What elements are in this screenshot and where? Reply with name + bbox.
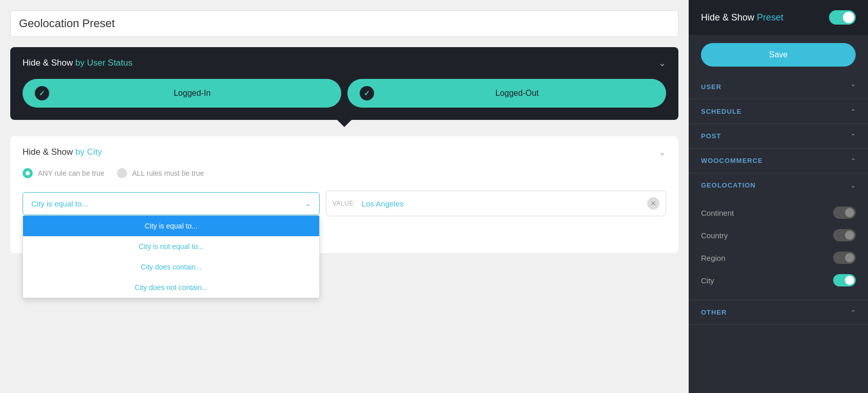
city-section-header: Hide & Show by City ⌄	[23, 147, 666, 158]
city-section-title: Hide & Show by City	[23, 147, 102, 157]
all-rule-label: ALL rules must be true	[132, 169, 204, 177]
logged-out-check-icon	[360, 86, 374, 100]
sidebar-woocommerce-chevron-icon: ⌃	[851, 157, 856, 164]
condition-selected-label: City is equal to...	[31, 199, 88, 208]
dropdown-item-0[interactable]: City is equal to...	[23, 216, 319, 236]
sidebar-section-post-label: POST	[701, 132, 721, 140]
sidebar-section-geolocation-header[interactable]: GEOLOCATION ⌄	[689, 173, 868, 197]
user-status-header: Hide & Show by User Status ⌄	[23, 57, 666, 69]
condition-dropdown-menu: City is equal to... City is not equal to…	[23, 215, 320, 298]
dropdown-item-3[interactable]: City does not contain...	[23, 277, 319, 298]
geo-city-toggle[interactable]	[833, 274, 856, 286]
user-status-title: Hide & Show by User Status	[23, 58, 133, 68]
city-section: Hide & Show by City ⌄ ANY rule can be tr…	[10, 136, 678, 253]
geo-city-row: City	[701, 269, 856, 292]
save-button[interactable]: Save	[701, 43, 856, 67]
sidebar-header: Hide & Show Preset	[689, 0, 868, 35]
sidebar-section-woocommerce: WOOCOMMERCE ⌃	[689, 149, 868, 173]
status-buttons-row: Logged-In Logged-Out	[23, 79, 666, 108]
sidebar-schedule-chevron-icon: ⌃	[851, 108, 856, 115]
user-status-section: Hide & Show by User Status ⌄ Logged-In L…	[10, 47, 678, 127]
geo-country-label: Country	[701, 231, 728, 240]
geolocation-section-content: Continent Country Region City	[689, 197, 868, 300]
dropdown-item-2[interactable]: City does contain...	[23, 257, 319, 277]
geo-region-label: Region	[701, 254, 726, 262]
geo-city-label: City	[701, 276, 714, 285]
sidebar-section-other: OTHER ⌃	[689, 300, 868, 325]
dropdown-item-1[interactable]: City is not equal to...	[23, 236, 319, 257]
condition-select-display[interactable]: City is equal to... ⌄	[23, 192, 320, 215]
sidebar-section-schedule: SCHEDULE ⌃	[689, 99, 868, 124]
sidebar-header-title: Hide & Show Preset	[701, 12, 783, 23]
sidebar-section-geolocation-label: GEOLOCATION	[701, 181, 756, 189]
condition-row: City is equal to... ⌄ City is equal to..…	[23, 191, 666, 216]
logged-in-label: Logged-In	[55, 89, 329, 98]
sidebar-section-schedule-label: SCHEDULE	[701, 108, 742, 115]
sidebar-geolocation-chevron-icon: ⌄	[851, 182, 856, 189]
condition-select-chevron-icon: ⌄	[305, 199, 311, 208]
right-sidebar: Hide & Show Preset Save USER ⌃ SCHEDULE …	[689, 0, 868, 393]
geo-region-row: Region	[701, 246, 856, 269]
logged-out-button[interactable]: Logged-Out	[347, 79, 666, 108]
any-rule-option[interactable]: ANY rule can be true	[23, 168, 105, 178]
sidebar-section-other-header[interactable]: OTHER ⌃	[689, 300, 868, 324]
value-label: VALUE:	[333, 200, 356, 207]
sidebar-section-geolocation: GEOLOCATION ⌄ Continent Country Region C…	[689, 173, 868, 300]
sidebar-section-woocommerce-label: WOOCOMMERCE	[701, 157, 763, 164]
logged-in-check-icon	[35, 86, 49, 100]
all-rule-option[interactable]: ALL rules must be true	[117, 168, 204, 178]
sidebar-user-chevron-icon: ⌃	[851, 84, 856, 91]
logged-out-label: Logged-Out	[380, 89, 654, 98]
sidebar-other-chevron-icon: ⌃	[851, 309, 856, 316]
user-status-chevron-icon[interactable]: ⌄	[658, 57, 666, 69]
any-rule-label: ANY rule can be true	[38, 169, 105, 177]
sidebar-section-post-header[interactable]: POST ⌃	[689, 124, 868, 148]
condition-select-wrapper: City is equal to... ⌄ City is equal to..…	[23, 192, 320, 215]
city-section-chevron-icon[interactable]: ⌄	[658, 147, 666, 158]
value-input[interactable]	[362, 199, 647, 208]
sidebar-section-user-label: USER	[701, 83, 721, 91]
connector	[10, 119, 678, 127]
geo-continent-toggle[interactable]	[833, 206, 856, 219]
clear-value-button[interactable]: ✕	[647, 197, 659, 210]
any-rule-radio[interactable]	[23, 168, 33, 178]
geo-region-toggle[interactable]	[833, 252, 856, 264]
rule-type-row: ANY rule can be true ALL rules must be t…	[23, 168, 666, 178]
logged-in-button[interactable]: Logged-In	[23, 79, 341, 108]
sidebar-section-post: POST ⌃	[689, 124, 868, 149]
sidebar-section-schedule-header[interactable]: SCHEDULE ⌃	[689, 99, 868, 123]
sidebar-section-other-label: OTHER	[701, 308, 727, 316]
connector-triangle	[336, 119, 353, 127]
geo-continent-row: Continent	[701, 201, 856, 224]
preset-toggle[interactable]	[829, 10, 856, 25]
sidebar-section-user: USER ⌃	[689, 75, 868, 99]
sidebar-post-chevron-icon: ⌃	[851, 133, 856, 140]
sidebar-section-user-header[interactable]: USER ⌃	[689, 75, 868, 99]
geo-country-toggle[interactable]	[833, 229, 856, 241]
preset-title-input[interactable]	[10, 10, 678, 37]
geo-continent-label: Continent	[701, 209, 734, 217]
value-wrapper: VALUE: ✕	[326, 191, 666, 216]
geo-country-row: Country	[701, 224, 856, 246]
all-rule-radio[interactable]	[117, 168, 127, 178]
sidebar-section-woocommerce-header[interactable]: WOOCOMMERCE ⌃	[689, 149, 868, 173]
main-content: Hide & Show by User Status ⌄ Logged-In L…	[0, 0, 689, 393]
